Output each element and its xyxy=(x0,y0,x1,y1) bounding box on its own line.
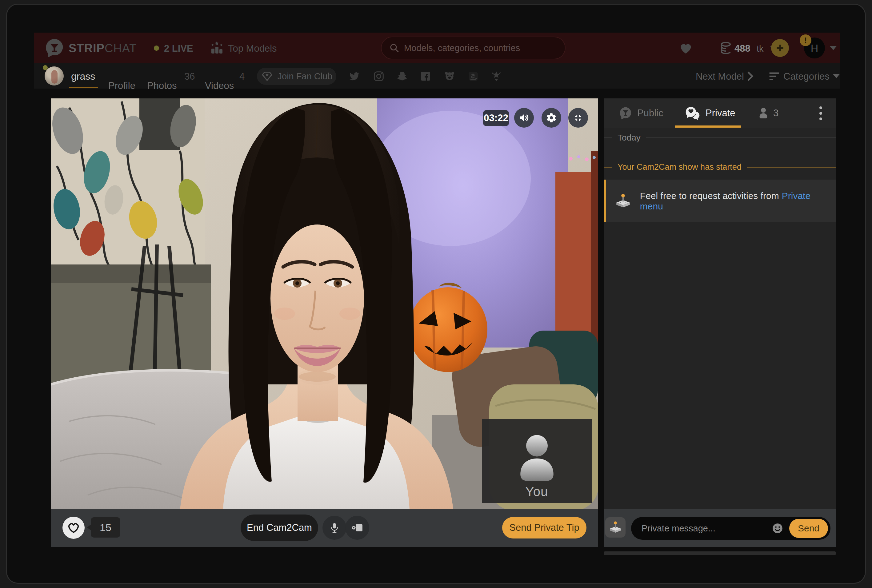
favorites-heart-icon[interactable] xyxy=(680,42,692,54)
volume-button[interactable] xyxy=(514,108,534,128)
photos-count: 36 xyxy=(184,71,195,82)
notification-badge: ! xyxy=(800,34,811,46)
show-timer: 03:22 xyxy=(483,110,509,126)
stream-settings-button[interactable] xyxy=(541,108,561,128)
send-private-tip-button[interactable]: Send Private Tip xyxy=(502,517,586,538)
viewers-count[interactable]: 3 xyxy=(758,98,779,128)
top-models-icon xyxy=(210,40,224,56)
screenshot-root: STRIPCHAT 2 LIVE Top Models 488 tk xyxy=(0,0,872,588)
brand-wordmark[interactable]: STRIPCHAT xyxy=(69,42,137,55)
system-message: Feel free to request activities fromPriv… xyxy=(604,180,836,222)
tokens-coins-icon xyxy=(720,41,732,55)
main-navbar: STRIPCHAT 2 LIVE Top Models 488 tk xyxy=(34,33,840,63)
instagram-icon[interactable] xyxy=(373,70,385,82)
snapchat-icon[interactable] xyxy=(396,70,408,82)
chat-input-area: Send xyxy=(604,509,836,547)
live-dot-icon xyxy=(154,45,159,51)
message-input-wrapper: Send xyxy=(631,517,830,540)
tab-private[interactable]: Private xyxy=(685,98,735,128)
favorite-button[interactable] xyxy=(62,517,85,539)
camera-settings-icon xyxy=(351,522,363,534)
cam2cam-self-preview: You xyxy=(482,419,592,503)
active-tab-indicator xyxy=(675,126,741,128)
private-message-input[interactable] xyxy=(642,524,771,534)
token-balance[interactable]: 488 xyxy=(734,43,750,54)
public-chat-icon xyxy=(619,106,632,120)
collapse-icon xyxy=(573,112,583,123)
categories-button[interactable]: Categories xyxy=(783,71,830,82)
smiley-icon xyxy=(771,522,784,534)
joystick-icon xyxy=(608,520,623,535)
videos-count: 4 xyxy=(239,71,245,82)
next-model-chevron-icon[interactable] xyxy=(747,71,753,81)
cam2cam-started-divider: Your Cam2Cam show has started xyxy=(604,162,836,172)
private-menu-joystick-icon xyxy=(614,192,632,210)
camera-settings-button[interactable] xyxy=(345,516,369,540)
tab-photos[interactable]: Photos xyxy=(147,71,177,100)
top-models-label[interactable]: Top Models xyxy=(228,43,277,54)
account-caret-icon[interactable] xyxy=(830,46,837,50)
person-silhouette-icon xyxy=(514,432,560,484)
today-divider: Today xyxy=(604,133,836,143)
winged-star-icon[interactable] xyxy=(490,70,502,82)
send-message-button[interactable]: Send xyxy=(789,519,828,538)
chat-panel: Public Private 3 Today Your Cam2Cam show… xyxy=(604,98,836,547)
gear-icon xyxy=(546,112,557,123)
stripchat-logo-icon[interactable] xyxy=(45,38,64,58)
you-label: You xyxy=(526,484,548,499)
model-avatar[interactable] xyxy=(45,66,64,86)
model-username-tab[interactable]: grass xyxy=(71,71,95,82)
categories-filter-icon xyxy=(769,72,779,81)
join-fan-club-button[interactable]: Join Fan Club xyxy=(257,68,336,85)
chat-menu-button[interactable] xyxy=(819,106,822,120)
exit-theater-mode-button[interactable] xyxy=(568,108,588,128)
token-currency: tk xyxy=(756,44,764,54)
bear-icon[interactable] xyxy=(444,70,456,82)
model-navbar: grass Profile Photos 36 Videos 4 Join Fa… xyxy=(34,63,840,88)
private-menu-button[interactable] xyxy=(605,517,625,538)
active-tab-underline xyxy=(69,87,98,88)
player-control-bar: 15 End Cam2Cam Send Private Tip xyxy=(51,509,598,547)
favorites-count-tag: 15 xyxy=(91,517,120,538)
search-bar[interactable] xyxy=(381,37,565,59)
end-cam2cam-button[interactable]: End Cam2Cam xyxy=(241,514,318,541)
fan-club-gem-icon xyxy=(261,70,273,82)
next-model-button[interactable]: Next Model xyxy=(696,71,744,82)
search-icon xyxy=(389,43,399,53)
volume-icon xyxy=(519,112,529,123)
chat-resize-handle[interactable] xyxy=(604,551,836,555)
viewers-icon xyxy=(758,107,769,119)
private-chat-icon xyxy=(685,106,701,120)
tab-profile[interactable]: Profile xyxy=(108,71,135,100)
chat-tab-bar: Public Private 3 xyxy=(604,98,836,128)
twitter-icon[interactable] xyxy=(349,70,360,82)
facebook-icon[interactable] xyxy=(420,70,431,82)
search-input[interactable] xyxy=(404,43,557,53)
categories-caret-icon[interactable] xyxy=(833,74,840,78)
emoji-picker-button[interactable] xyxy=(771,522,784,534)
tab-public[interactable]: Public xyxy=(619,98,663,128)
tab-videos[interactable]: Videos xyxy=(205,71,234,100)
live-count[interactable]: 2 LIVE xyxy=(164,43,193,54)
heart-outline-icon xyxy=(68,522,80,534)
system-message-text: Feel free to request activities from xyxy=(640,190,779,201)
live-video-player[interactable]: 03:22 You xyxy=(51,98,598,509)
online-status-icon xyxy=(43,65,48,70)
microphone-icon xyxy=(329,522,340,534)
browser-window: STRIPCHAT 2 LIVE Top Models 488 tk xyxy=(6,4,866,584)
amazon-icon[interactable] xyxy=(468,70,479,82)
microphone-button[interactable] xyxy=(322,516,346,540)
add-tokens-button[interactable]: + xyxy=(771,39,789,57)
